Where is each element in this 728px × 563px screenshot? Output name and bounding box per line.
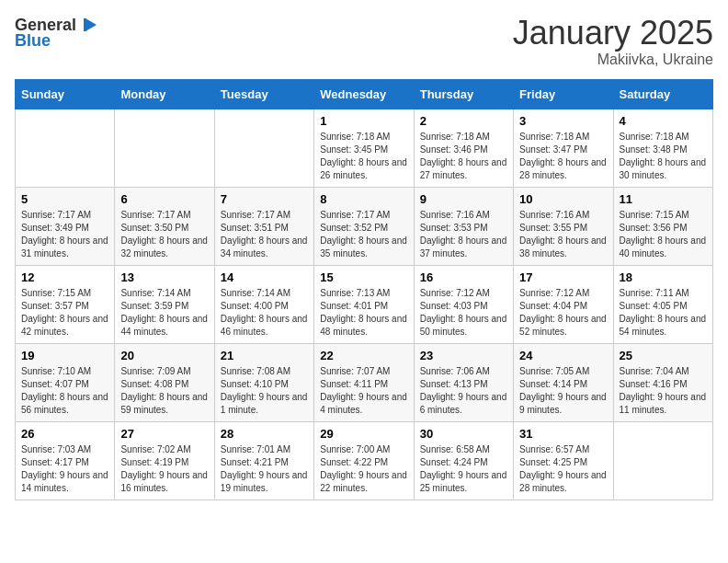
calendar-cell: 26Sunrise: 7:03 AM Sunset: 4:17 PM Dayli… [16,421,115,500]
calendar-cell: 2Sunrise: 7:18 AM Sunset: 3:46 PM Daylig… [414,109,513,187]
day-info: Sunrise: 7:03 AM Sunset: 4:17 PM Dayligh… [21,443,108,495]
day-number: 13 [120,270,208,284]
day-info: Sunrise: 7:14 AM Sunset: 4:00 PM Dayligh… [221,287,308,339]
day-info: Sunrise: 6:58 AM Sunset: 4:24 PM Dayligh… [420,443,507,495]
day-info: Sunrise: 7:15 AM Sunset: 3:57 PM Dayligh… [21,287,108,339]
calendar-cell: 21Sunrise: 7:08 AM Sunset: 4:10 PM Dayli… [214,343,313,421]
day-number: 4 [620,114,707,128]
day-number: 2 [420,114,507,128]
calendar-cell: 22Sunrise: 7:07 AM Sunset: 4:11 PM Dayli… [314,343,414,421]
calendar-cell: 3Sunrise: 7:18 AM Sunset: 3:47 PM Daylig… [514,109,613,187]
svg-rect-1 [84,18,86,31]
day-info: Sunrise: 7:08 AM Sunset: 4:10 PM Dayligh… [221,365,308,417]
day-number: 5 [21,192,108,206]
calendar-table: SundayMondayTuesdayWednesdayThursdayFrid… [15,79,713,500]
day-number: 26 [21,427,108,441]
calendar-cell: 8Sunrise: 7:17 AM Sunset: 3:52 PM Daylig… [314,187,414,265]
calendar-week-row: 1Sunrise: 7:18 AM Sunset: 3:45 PM Daylig… [16,109,713,187]
day-number: 25 [620,349,707,362]
weekday-header-monday: Monday [115,79,214,109]
calendar-cell: 12Sunrise: 7:15 AM Sunset: 3:57 PM Dayli… [16,265,115,343]
calendar-cell: 31Sunrise: 6:57 AM Sunset: 4:25 PM Dayli… [514,421,613,500]
day-info: Sunrise: 7:16 AM Sunset: 3:55 PM Dayligh… [519,209,607,260]
calendar-cell: 27Sunrise: 7:02 AM Sunset: 4:19 PM Dayli… [115,421,214,500]
day-info: Sunrise: 7:04 AM Sunset: 4:16 PM Dayligh… [620,365,707,417]
calendar-cell: 19Sunrise: 7:10 AM Sunset: 4:07 PM Dayli… [16,343,115,421]
day-info: Sunrise: 7:13 AM Sunset: 4:01 PM Dayligh… [320,287,407,339]
calendar-cell: 9Sunrise: 7:16 AM Sunset: 3:53 PM Daylig… [414,187,513,265]
day-info: Sunrise: 7:01 AM Sunset: 4:21 PM Dayligh… [221,443,308,495]
calendar-cell: 6Sunrise: 7:17 AM Sunset: 3:50 PM Daylig… [115,187,214,265]
day-info: Sunrise: 7:17 AM Sunset: 3:50 PM Dayligh… [120,209,208,260]
calendar-week-row: 19Sunrise: 7:10 AM Sunset: 4:07 PM Dayli… [16,343,713,421]
calendar-week-row: 26Sunrise: 7:03 AM Sunset: 4:17 PM Dayli… [16,421,713,500]
location-subtitle: Makiivka, Ukraine [513,52,713,68]
day-number: 3 [519,114,607,128]
day-info: Sunrise: 7:10 AM Sunset: 4:07 PM Dayligh… [21,365,108,417]
day-number: 14 [221,270,308,284]
logo-icon [78,15,98,35]
calendar-cell: 18Sunrise: 7:11 AM Sunset: 4:05 PM Dayli… [613,265,712,343]
title-block: January 2025 Makiivka, Ukraine [513,15,713,68]
day-number: 21 [221,349,308,362]
day-number: 8 [320,192,407,206]
month-year-title: January 2025 [513,15,713,52]
calendar-cell [613,421,712,500]
day-info: Sunrise: 7:05 AM Sunset: 4:14 PM Dayligh… [519,365,607,417]
day-number: 29 [320,427,407,441]
day-number: 11 [620,192,707,206]
day-info: Sunrise: 7:02 AM Sunset: 4:19 PM Dayligh… [120,443,208,495]
day-info: Sunrise: 7:12 AM Sunset: 4:04 PM Dayligh… [519,287,607,339]
calendar-cell: 20Sunrise: 7:09 AM Sunset: 4:08 PM Dayli… [115,343,214,421]
day-info: Sunrise: 7:18 AM Sunset: 3:45 PM Dayligh… [320,131,407,182]
day-number: 1 [320,114,407,128]
day-info: Sunrise: 7:15 AM Sunset: 3:56 PM Dayligh… [620,209,707,260]
day-number: 28 [221,427,308,441]
day-number: 19 [21,349,108,362]
day-info: Sunrise: 7:07 AM Sunset: 4:11 PM Dayligh… [320,365,407,417]
day-number: 17 [519,270,607,284]
calendar-cell: 11Sunrise: 7:15 AM Sunset: 3:56 PM Dayli… [613,187,712,265]
calendar-cell: 24Sunrise: 7:05 AM Sunset: 4:14 PM Dayli… [514,343,613,421]
logo-blue-text: Blue [15,31,51,51]
day-info: Sunrise: 7:14 AM Sunset: 3:59 PM Dayligh… [120,287,208,339]
day-info: Sunrise: 7:18 AM Sunset: 3:47 PM Dayligh… [519,131,607,182]
calendar-cell: 1Sunrise: 7:18 AM Sunset: 3:45 PM Daylig… [314,109,414,187]
calendar-cell: 10Sunrise: 7:16 AM Sunset: 3:55 PM Dayli… [514,187,613,265]
weekday-header-thursday: Thursday [414,79,513,109]
day-number: 9 [420,192,507,206]
day-info: Sunrise: 7:18 AM Sunset: 3:46 PM Dayligh… [420,131,507,182]
calendar-week-row: 12Sunrise: 7:15 AM Sunset: 3:57 PM Dayli… [16,265,713,343]
day-info: Sunrise: 7:17 AM Sunset: 3:52 PM Dayligh… [320,209,407,260]
calendar-cell: 4Sunrise: 7:18 AM Sunset: 3:48 PM Daylig… [613,109,712,187]
day-number: 27 [120,427,208,441]
weekday-header-row: SundayMondayTuesdayWednesdayThursdayFrid… [16,79,713,109]
day-number: 18 [620,270,707,284]
weekday-header-sunday: Sunday [16,79,115,109]
calendar-cell [214,109,313,187]
weekday-header-saturday: Saturday [613,79,712,109]
weekday-header-tuesday: Tuesday [214,79,313,109]
calendar-cell: 7Sunrise: 7:17 AM Sunset: 3:51 PM Daylig… [214,187,313,265]
calendar-cell: 28Sunrise: 7:01 AM Sunset: 4:21 PM Dayli… [214,421,313,500]
day-info: Sunrise: 7:11 AM Sunset: 4:05 PM Dayligh… [620,287,707,339]
day-number: 15 [320,270,407,284]
calendar-cell: 23Sunrise: 7:06 AM Sunset: 4:13 PM Dayli… [414,343,513,421]
day-number: 30 [420,427,507,441]
svg-marker-0 [85,18,97,31]
calendar-cell: 5Sunrise: 7:17 AM Sunset: 3:49 PM Daylig… [16,187,115,265]
day-number: 23 [420,349,507,362]
day-number: 7 [221,192,308,206]
weekday-header-wednesday: Wednesday [314,79,414,109]
day-info: Sunrise: 7:06 AM Sunset: 4:13 PM Dayligh… [420,365,507,417]
calendar-cell [16,109,115,187]
calendar-cell: 25Sunrise: 7:04 AM Sunset: 4:16 PM Dayli… [613,343,712,421]
calendar-week-row: 5Sunrise: 7:17 AM Sunset: 3:49 PM Daylig… [16,187,713,265]
day-info: Sunrise: 7:16 AM Sunset: 3:53 PM Dayligh… [420,209,507,260]
page-header: General Blue January 2025 Makiivka, Ukra… [15,15,713,68]
day-number: 24 [519,349,607,362]
day-number: 12 [21,270,108,284]
calendar-cell: 17Sunrise: 7:12 AM Sunset: 4:04 PM Dayli… [514,265,613,343]
day-info: Sunrise: 7:17 AM Sunset: 3:49 PM Dayligh… [21,209,108,260]
day-number: 22 [320,349,407,362]
